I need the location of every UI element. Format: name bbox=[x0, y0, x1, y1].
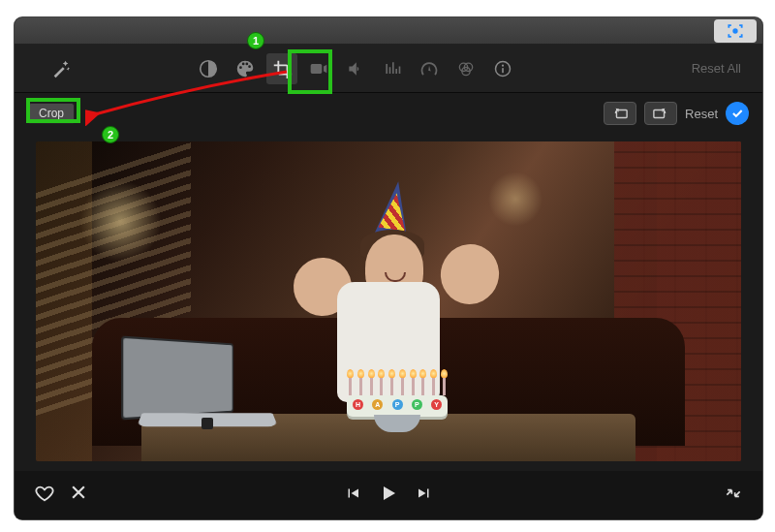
scene-cake: HAPPY bbox=[339, 378, 455, 422]
reset-all-button[interactable]: Reset All bbox=[692, 61, 751, 76]
auto-enhance-button[interactable] bbox=[46, 53, 77, 84]
checkmark-icon bbox=[730, 107, 744, 120]
speed-button[interactable] bbox=[414, 53, 445, 84]
rotate-cw-button[interactable] bbox=[644, 102, 677, 125]
palette-icon bbox=[234, 58, 256, 79]
playback-controls bbox=[15, 471, 762, 519]
svg-rect-7 bbox=[502, 68, 504, 73]
apply-button[interactable] bbox=[726, 102, 749, 125]
favorite-button[interactable] bbox=[34, 483, 55, 508]
tool-group bbox=[193, 53, 518, 84]
reject-button[interactable] bbox=[69, 483, 88, 508]
color-correction-button[interactable] bbox=[230, 53, 261, 84]
crop-tool-button[interactable] bbox=[266, 53, 297, 84]
scene-laptop bbox=[120, 340, 275, 437]
noise-reduction-button[interactable] bbox=[377, 53, 408, 84]
heart-icon bbox=[34, 483, 55, 504]
speedometer-icon bbox=[419, 59, 439, 78]
volume-icon bbox=[346, 59, 365, 78]
rotate-cw-icon bbox=[650, 106, 671, 121]
close-icon bbox=[69, 483, 88, 502]
svg-point-6 bbox=[502, 64, 504, 66]
editor-window: Reset All Crop Reset bbox=[15, 17, 762, 519]
contrast-icon bbox=[198, 58, 219, 79]
screen-capture-button[interactable] bbox=[714, 19, 757, 43]
titlebar bbox=[15, 17, 762, 45]
callout-number-2: 2 bbox=[102, 126, 119, 143]
overlapping-circles-icon bbox=[456, 59, 476, 78]
svg-point-0 bbox=[732, 28, 737, 33]
color-filter-button[interactable] bbox=[450, 53, 481, 84]
rotate-ccw-icon bbox=[609, 106, 631, 121]
adjustments-toolbar: Reset All bbox=[15, 45, 762, 93]
crop-subbar: Crop Reset bbox=[15, 93, 762, 134]
magic-wand-icon bbox=[50, 58, 72, 79]
callout-number-1: 1 bbox=[247, 32, 264, 49]
prev-frame-button[interactable] bbox=[344, 485, 361, 506]
play-icon bbox=[377, 482, 400, 505]
rotate-ccw-button[interactable] bbox=[604, 102, 636, 125]
video-camera-icon bbox=[309, 59, 328, 78]
color-balance-button[interactable] bbox=[193, 53, 224, 84]
stabilization-button[interactable] bbox=[303, 53, 334, 84]
skip-next-icon bbox=[416, 485, 433, 502]
crop-mode-button[interactable]: Crop bbox=[28, 103, 75, 124]
capture-icon bbox=[726, 21, 745, 41]
volume-button[interactable] bbox=[340, 53, 371, 84]
next-frame-button[interactable] bbox=[416, 485, 433, 506]
info-button[interactable] bbox=[487, 53, 518, 84]
subbar-right: Reset bbox=[604, 102, 749, 125]
play-button[interactable] bbox=[377, 482, 400, 509]
skip-previous-icon bbox=[344, 485, 361, 502]
crop-icon bbox=[271, 58, 293, 79]
expand-icon bbox=[724, 484, 743, 503]
reset-crop-button[interactable]: Reset bbox=[685, 107, 718, 121]
equalizer-icon bbox=[383, 59, 402, 78]
video-preview[interactable]: HAPPY bbox=[36, 141, 741, 461]
info-icon bbox=[493, 59, 512, 78]
fullscreen-button[interactable] bbox=[724, 484, 743, 507]
